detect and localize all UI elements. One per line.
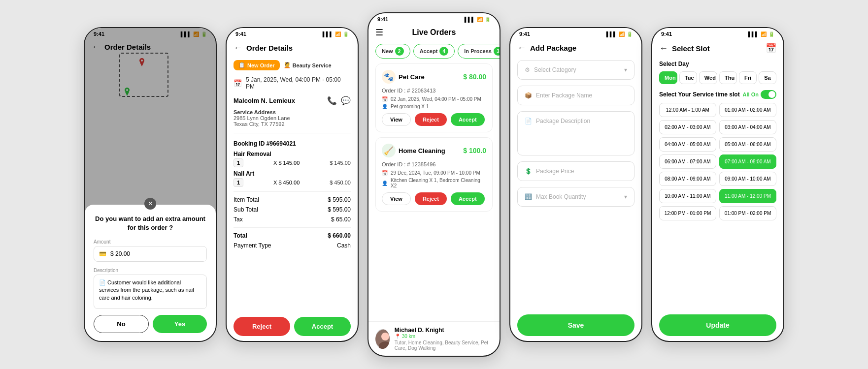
- slot-8[interactable]: 08:00 AM - 09:00 AM: [659, 172, 716, 186]
- slot-2[interactable]: 02:00 AM - 03:00 AM: [659, 120, 716, 134]
- yes-button[interactable]: Yes: [153, 315, 207, 333]
- screen2-title: Order Details: [246, 44, 293, 52]
- status-icons-3: ▌▌▌ 📶 🔋: [465, 17, 491, 22]
- address-line1: 2985 Lynn Ogden Lane: [234, 115, 351, 121]
- package-description-text: Package Description: [536, 118, 590, 124]
- reject-button-2[interactable]: Reject: [234, 317, 290, 336]
- amount-input-group: Amount 💳 $ 20.00: [94, 239, 207, 262]
- slot-5[interactable]: 05:00 AM - 06:00 AM: [719, 137, 776, 152]
- day-tue[interactable]: Tue: [679, 71, 697, 84]
- order-card-2: 🧹 Home Cleaning $ 100.0 Order ID : # 123…: [375, 137, 493, 212]
- status-icons-2: ▌▌▌ 📶 🔋: [323, 31, 349, 37]
- reject-btn-1[interactable]: Reject: [415, 113, 447, 126]
- accept-btn-1[interactable]: Accept: [451, 113, 485, 126]
- save-button[interactable]: Save: [517, 314, 634, 336]
- no-button[interactable]: No: [94, 315, 149, 333]
- modal-sheet: ✕ Do you want to add an extra amount for…: [85, 205, 216, 341]
- order2-price: $ 100.0: [463, 147, 486, 154]
- order2-services: 👤 Kitchen Cleaning X 1, Bedroom Cleaning…: [382, 178, 486, 188]
- max-book-quantity-field[interactable]: 🔢 Max Book Quantity ▾: [517, 187, 634, 207]
- chevron-down-icon-category: ▾: [624, 66, 627, 73]
- time-3: 9:41: [377, 16, 388, 22]
- back-arrow-4[interactable]: ←: [517, 43, 526, 53]
- address-block: Service Address 2985 Lynn Ogden Lane Tex…: [227, 108, 358, 130]
- update-button[interactable]: Update: [659, 314, 776, 336]
- item2-qty: 1: [234, 178, 243, 187]
- screen3-header: ☰ Live Orders: [368, 23, 500, 41]
- divider-2: [234, 191, 351, 192]
- slot-12[interactable]: 12:00 PM - 01:00 PM: [659, 206, 716, 220]
- time-2: 9:41: [235, 31, 246, 37]
- slot-7[interactable]: 07:00 AM - 08:00 AM: [719, 154, 776, 169]
- currency-icon: 💳: [99, 250, 106, 257]
- slot-9[interactable]: 09:00 AM - 10:00 AM: [719, 172, 776, 186]
- provider-services: Tutor, Home Cleaning, Beauty Service, Pe…: [395, 340, 493, 351]
- package-price-text: Package Price: [536, 168, 574, 175]
- modal-overlay: ✕ Do you want to add an extra amount for…: [85, 38, 216, 341]
- view-btn-1[interactable]: View: [382, 113, 411, 126]
- screen4-title: Add Package: [530, 44, 576, 52]
- tab-inprocess[interactable]: In Process 3: [458, 44, 500, 59]
- slot-1[interactable]: 01:00 AM - 02:00 AM: [719, 103, 776, 117]
- new-order-badge: 📋 New Order: [234, 60, 280, 70]
- item1-total: $ 145.00: [330, 160, 351, 166]
- package-price-field[interactable]: 💲 Package Price: [517, 161, 634, 181]
- description-field[interactable]: 📄 Customer would like additional service…: [94, 275, 207, 309]
- tab-accept[interactable]: Accept 4: [413, 44, 455, 59]
- toggle-switch[interactable]: [761, 90, 776, 99]
- calendar-icon-2: 📅: [234, 79, 242, 87]
- back-arrow-2[interactable]: ←: [234, 43, 242, 53]
- tax-row: Tax $ 65.00: [227, 215, 358, 224]
- slot-4[interactable]: 04:00 AM - 05:00 AM: [659, 137, 716, 152]
- divider-1: [234, 133, 351, 133]
- select-category-field[interactable]: ⚙ Select Category ▾: [517, 60, 634, 80]
- day-wed[interactable]: Wed: [699, 71, 717, 84]
- amount-field[interactable]: 💳 $ 20.00: [94, 246, 207, 262]
- slot-0[interactable]: 12:00 AM - 1:00 AM: [659, 103, 716, 117]
- reject-btn-2[interactable]: Reject: [415, 192, 447, 205]
- back-arrow-5[interactable]: ←: [659, 43, 668, 54]
- screen4-content: ← Add Package ⚙ Select Category ▾ 📦 Ente…: [510, 38, 641, 341]
- screen5-header: ← Select Slot 📅: [652, 38, 783, 58]
- status-bar-2: 9:41 ▌▌▌ 📶 🔋: [227, 28, 358, 38]
- order2-service: 🧹 Home Cleaning: [382, 144, 445, 157]
- slot-3[interactable]: 03:00 AM - 04:00 AM: [719, 120, 776, 134]
- order1-service: 🐾 Pet Care: [382, 70, 425, 84]
- tab-new[interactable]: New 2: [375, 44, 410, 59]
- item1-row: 1 X $ 145.00 $ 145.00: [234, 158, 351, 167]
- day-mon[interactable]: Mon: [659, 71, 677, 84]
- time-slot-label: Select Your Service time slot All On: [652, 88, 783, 101]
- toggle-all[interactable]: All On: [743, 90, 776, 99]
- phone-icon[interactable]: 📞: [327, 96, 337, 105]
- screen2-content: ← Order Details 📋 New Order 💆 Beauty Ser…: [227, 38, 358, 341]
- max-book-text: Max Book Quantity: [536, 193, 586, 200]
- package-description-field[interactable]: 📄 Package Description: [517, 111, 634, 155]
- day-selector: Mon Tue Wed Thu Fri Sa: [652, 69, 783, 88]
- chevron-down-icon-qty: ▾: [624, 193, 627, 200]
- slot-11[interactable]: 11:00 AM - 12:00 PM: [719, 189, 776, 203]
- slot-6[interactable]: 06:00 AM - 07:00 AM: [659, 154, 716, 169]
- slot-10[interactable]: 10:00 AM - 11:00 AM: [659, 189, 716, 203]
- calendar-icon-o2: 📅: [382, 170, 388, 176]
- screens-container: 9:41 ▌▌▌ 📶 🔋 ← Order Details: [84, 12, 784, 357]
- package-name-field[interactable]: 📦 Enter Package Name: [517, 86, 634, 105]
- slot-13[interactable]: 01:00 PM - 02:00 PM: [719, 206, 776, 220]
- item1-unit: X $ 145.00: [273, 160, 300, 166]
- item-total-row: Item Total $ 595.00: [227, 195, 358, 205]
- day-thu[interactable]: Thu: [719, 71, 737, 84]
- modal-close-btn[interactable]: ✕: [144, 198, 156, 210]
- day-sa[interactable]: Sa: [759, 71, 776, 84]
- view-btn-2[interactable]: View: [382, 192, 411, 205]
- provider-name: Michael D. Knight: [395, 327, 493, 334]
- svg-point-7: [381, 333, 389, 340]
- day-fri[interactable]: Fri: [739, 71, 757, 84]
- accept-btn-2[interactable]: Accept: [451, 192, 485, 205]
- message-icon[interactable]: 💬: [341, 96, 351, 105]
- address-label: Service Address: [234, 109, 351, 115]
- order1-price: $ 80.00: [463, 73, 486, 81]
- provider-info: Michael D. Knight 📍 30 km Tutor, Home Cl…: [395, 327, 493, 351]
- accept-button-2[interactable]: Accept: [294, 317, 351, 336]
- order1-header: 🐾 Pet Care $ 80.00: [382, 70, 486, 84]
- status-bar-5: 9:41 ▌▌▌ 📶 🔋: [652, 28, 783, 38]
- hamburger-icon[interactable]: ☰: [375, 27, 383, 38]
